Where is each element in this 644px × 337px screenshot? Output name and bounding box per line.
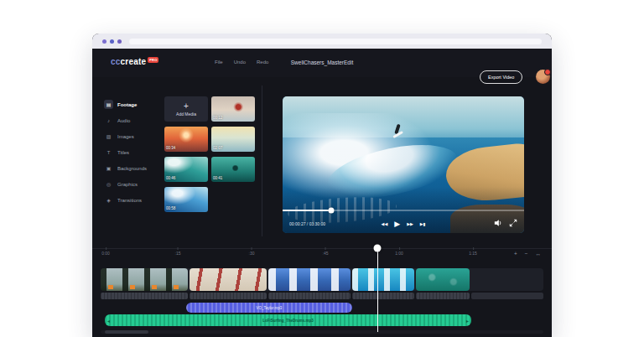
browser-window: cccreatePRO File Undo Redo SwellChasers_…	[92, 34, 552, 337]
sidebar-item-titles[interactable]: T Titles	[104, 147, 129, 158]
sidebar-label: Graphics	[117, 182, 138, 187]
seek-bar[interactable]	[283, 210, 524, 211]
project-title: SwellChasers_MasterEdit	[291, 60, 353, 65]
video-clip-teal-water[interactable]	[416, 268, 470, 291]
timeline-scrollbar-thumb[interactable]	[105, 330, 148, 334]
browser-chrome	[92, 34, 552, 49]
sidebar-item-footage[interactable]: ▤ Footage	[104, 99, 137, 110]
zoom-out-button[interactable]: −	[525, 251, 528, 257]
sidebar-label: Footage	[117, 102, 137, 107]
seek-progress	[283, 210, 331, 211]
zoom-fit-button[interactable]: ↔	[536, 251, 542, 257]
sidebar-label: Images	[117, 134, 134, 139]
text-icon: T	[104, 148, 113, 157]
linked-audio-strip[interactable]	[268, 293, 351, 299]
playhead-line	[377, 248, 378, 332]
play-button[interactable]: ▶	[394, 220, 400, 228]
skip-forward-icon[interactable]: ▶▮	[420, 221, 426, 226]
duration-badge: 02:07	[213, 146, 222, 150]
window-control-dot-2[interactable]	[110, 39, 114, 44]
panel-divider	[262, 86, 262, 236]
media-thumbnail-surfer[interactable]: 00:12	[211, 96, 255, 122]
video-clip-blue-wave[interactable]	[268, 268, 351, 291]
menu-redo[interactable]: Redo	[257, 60, 268, 65]
seek-handle[interactable]	[328, 208, 334, 214]
media-thumbnail-beach[interactable]: 02:07	[211, 127, 255, 152]
trim-handle-left-icon[interactable]: ◂	[107, 318, 110, 324]
add-media-button[interactable]: + Add Media	[164, 96, 208, 122]
ruler-label: :15	[175, 251, 181, 256]
timeline-scrollbar[interactable]	[101, 330, 543, 334]
video-clip-cyan-surf[interactable]	[352, 268, 414, 291]
window-control-dot-1[interactable]	[102, 39, 106, 44]
sidebar-label: Backgrounds	[117, 166, 147, 171]
user-avatar[interactable]	[536, 70, 550, 84]
audio-clip-voiceover[interactable]: VO_Taylor.mp3	[186, 303, 352, 313]
audio-clip-label: VO_Taylor.mp3	[257, 306, 283, 310]
sidebar-label: Titles	[117, 150, 129, 155]
duration-badge: 00:34	[166, 146, 175, 150]
fullscreen-icon[interactable]	[509, 219, 517, 227]
menu-file[interactable]: File	[215, 60, 223, 65]
linked-audio-strip[interactable]	[471, 293, 543, 299]
linked-audio-strip[interactable]	[416, 293, 470, 299]
app-topbar: cccreatePRO File Undo Redo SwellChasers_…	[92, 49, 552, 77]
skip-back-icon[interactable]: ◀◀	[382, 221, 388, 226]
sidebar-label: Transitions	[117, 198, 142, 203]
media-thumbnail-sunset[interactable]: 00:34	[164, 127, 208, 152]
timecode: 00:00:27 / 03:30:00	[289, 221, 325, 226]
app-menu: File Undo Redo	[215, 60, 268, 65]
fast-forward-icon[interactable]: ▶▶	[407, 221, 413, 226]
plus-icon: +	[184, 102, 189, 110]
notification-badge	[544, 69, 551, 75]
ruler-label: 1:00	[395, 251, 403, 256]
media-thumbnail-bluewave[interactable]: 00:58	[164, 187, 208, 212]
sidebar-item-graphics[interactable]: ◎ Graphics	[104, 179, 138, 189]
transport-controls: ◀◀ ▶ ▶▶ ▶▮	[382, 220, 426, 228]
sidebar-item-transitions[interactable]: ◈ Transitions	[104, 194, 142, 205]
duration-badge: 00:46	[166, 176, 175, 180]
media-thumbnail-wave[interactable]: 00:46	[164, 157, 208, 182]
menu-undo[interactable]: Undo	[234, 60, 246, 65]
audio-clip-label: LoFiSurfing_TheDrums.mp3	[262, 319, 314, 323]
layers-icon: ▣	[104, 163, 113, 173]
video-preview[interactable]: 00:00:27 / 03:30:00 ◀◀ ▶ ▶▶ ▶▮	[283, 96, 524, 233]
video-clip-beach-surfer[interactable]	[190, 268, 267, 291]
app-logo[interactable]: cccreatePRO	[111, 57, 158, 66]
url-bar[interactable]	[129, 39, 542, 44]
linked-audio-strip[interactable]	[352, 293, 414, 299]
sidebar-label: Audio	[117, 118, 130, 123]
zoom-in-button[interactable]: +	[514, 251, 517, 257]
timeline-zoom-controls: + − ↔	[514, 251, 541, 257]
ruler-label: :45	[323, 251, 329, 256]
audio-clip-music[interactable]: ◂ LoFiSurfing_TheDrums.mp3 ▸	[105, 314, 471, 326]
pro-badge: PRO	[148, 57, 158, 63]
volume-icon[interactable]	[494, 219, 502, 227]
sidebar-item-backgrounds[interactable]: ▣ Backgrounds	[104, 163, 147, 174]
shapes-icon: ◎	[104, 179, 113, 189]
logo-rest: create	[121, 57, 147, 66]
film-icon: ▤	[104, 100, 113, 109]
sidebar-item-images[interactable]: ▨ Images	[104, 131, 134, 142]
logo-prefix: cc	[111, 57, 121, 66]
ruler-label: 1:15	[469, 251, 477, 256]
export-video-button[interactable]: Export Video	[480, 70, 522, 84]
sidebar-item-audio[interactable]: ♪ Audio	[104, 115, 130, 126]
linked-audio-strip[interactable]	[101, 293, 188, 299]
ruler-label: :30	[249, 251, 255, 256]
playhead-handle[interactable]	[374, 245, 382, 252]
video-clip-palms[interactable]	[101, 268, 188, 291]
music-note-icon: ♪	[104, 116, 113, 125]
linked-audio-strip[interactable]	[190, 293, 267, 299]
transition-icon: ◈	[104, 195, 113, 205]
duration-badge: 00:41	[213, 176, 222, 180]
ruler-label: 0:00	[101, 251, 110, 256]
window-control-dot-3[interactable]	[117, 39, 122, 44]
media-thumbnail-swimmer[interactable]: 00:41	[211, 157, 255, 182]
page-background: cccreatePRO File Undo Redo SwellChasers_…	[0, 0, 644, 337]
trim-handle-right-icon[interactable]: ▸	[466, 318, 469, 324]
duration-badge: 00:58	[166, 206, 175, 210]
player-right-controls	[494, 219, 517, 227]
image-icon: ▨	[104, 132, 113, 141]
duration-badge: 00:12	[213, 116, 222, 120]
